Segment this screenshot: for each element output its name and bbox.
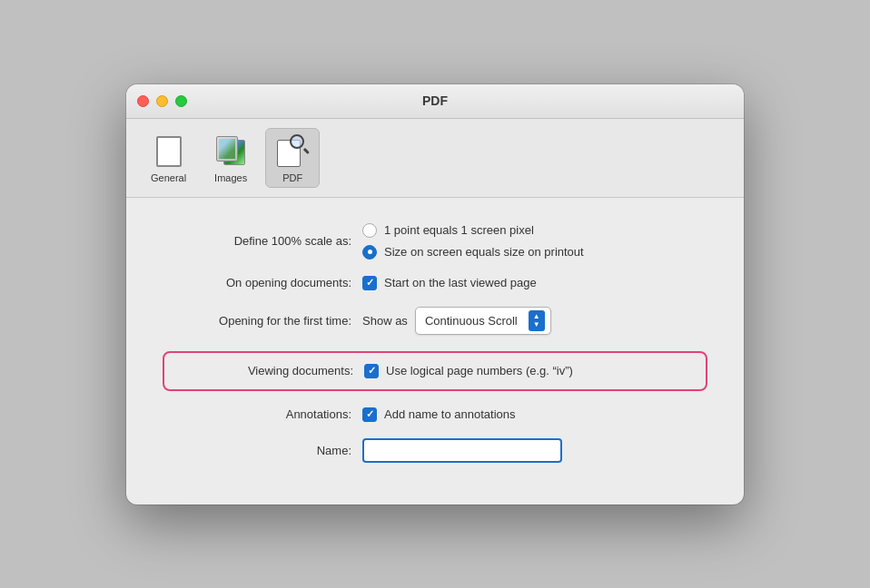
logical-page-checkbox[interactable] bbox=[364, 364, 379, 378]
pdf-icon bbox=[275, 134, 310, 169]
traffic-lights bbox=[137, 95, 187, 107]
annotations-label: Annotations: bbox=[163, 407, 362, 421]
start-last-page-checkbox[interactable] bbox=[362, 276, 377, 290]
logical-page-label: Use logical page numbers (e.g. “iv”) bbox=[386, 364, 573, 377]
on-opening-label: On opening documents: bbox=[163, 276, 362, 289]
define-scale-row: Define 100% scale as: 1 point equals 1 s… bbox=[163, 223, 707, 260]
dropdown-value: Continuous Scroll bbox=[425, 314, 518, 328]
show-as-label: Show as bbox=[362, 314, 408, 328]
start-last-page-label: Start on the last viewed page bbox=[384, 276, 537, 289]
opening-first-time-control: Show as Continuous Scroll bbox=[362, 307, 707, 335]
toolbar-label-images: Images bbox=[214, 172, 247, 183]
viewing-documents-row: Viewing documents: Use logical page numb… bbox=[163, 351, 707, 391]
dropdown-arrows-icon bbox=[529, 310, 545, 331]
on-opening-row: On opening documents: Start on the last … bbox=[163, 276, 707, 290]
opening-first-time-label: Opening for the first time: bbox=[163, 314, 362, 328]
viewing-documents-label: Viewing documents: bbox=[179, 364, 364, 377]
close-button[interactable] bbox=[137, 95, 149, 107]
add-name-label: Add name to annotations bbox=[384, 407, 516, 421]
radio-option-pixel[interactable]: 1 point equals 1 screen pixel bbox=[362, 223, 584, 238]
toolbar-label-general: General bbox=[151, 172, 186, 183]
annotations-control: Add name to annotations bbox=[362, 407, 707, 422]
radio-option-printout[interactable]: Size on screen equals size on printout bbox=[362, 245, 584, 260]
opening-first-time-row: Opening for the first time: Show as Cont… bbox=[163, 307, 707, 335]
radio-pixel[interactable] bbox=[362, 223, 377, 238]
name-label: Name: bbox=[163, 444, 362, 457]
name-input[interactable] bbox=[362, 438, 562, 463]
titlebar: PDF bbox=[126, 84, 744, 119]
scale-options: 1 point equals 1 screen pixel Size on sc… bbox=[362, 223, 707, 260]
show-as-dropdown[interactable]: Continuous Scroll bbox=[415, 307, 551, 335]
annotations-row: Annotations: Add name to annotations bbox=[163, 407, 707, 422]
name-control bbox=[362, 438, 707, 463]
add-name-checkbox[interactable] bbox=[362, 407, 377, 422]
window-title: PDF bbox=[422, 93, 448, 108]
define-scale-label: Define 100% scale as: bbox=[163, 234, 362, 248]
toolbar-item-general[interactable]: General bbox=[141, 128, 196, 188]
pdf-preferences-window: PDF General Images bbox=[126, 84, 744, 505]
toolbar-item-pdf[interactable]: PDF bbox=[265, 128, 320, 188]
radio-printout[interactable] bbox=[362, 245, 377, 260]
toolbar-label-pdf: PDF bbox=[282, 172, 302, 183]
radio-printout-label: Size on screen equals size on printout bbox=[384, 245, 584, 259]
settings-content: Define 100% scale as: 1 point equals 1 s… bbox=[126, 198, 744, 505]
radio-group-scale: 1 point equals 1 screen pixel Size on sc… bbox=[362, 223, 584, 260]
toolbar-item-images[interactable]: Images bbox=[203, 128, 258, 188]
images-icon bbox=[213, 134, 248, 169]
name-row: Name: bbox=[163, 438, 707, 463]
radio-pixel-label: 1 point equals 1 screen pixel bbox=[384, 223, 534, 237]
maximize-button[interactable] bbox=[175, 95, 187, 107]
toolbar: General Images bbox=[126, 119, 744, 198]
viewing-documents-control: Use logical page numbers (e.g. “iv”) bbox=[364, 364, 691, 378]
minimize-button[interactable] bbox=[156, 95, 168, 107]
on-opening-control: Start on the last viewed page bbox=[362, 276, 707, 290]
general-icon bbox=[152, 134, 186, 169]
